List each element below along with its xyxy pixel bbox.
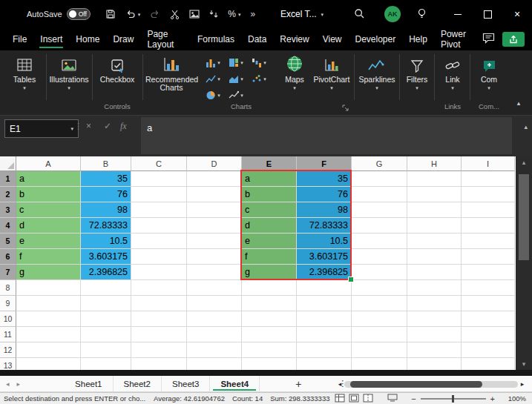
cell-H11[interactable] xyxy=(407,327,462,342)
hscroll-left-icon[interactable]: ◂ xyxy=(335,380,344,388)
cell-I2[interactable] xyxy=(462,187,515,202)
checkbox-button[interactable]: Checkbox xyxy=(94,53,140,99)
cell-B7[interactable]: 2.396825 xyxy=(81,265,131,280)
zoom-slider[interactable] xyxy=(421,398,486,400)
comment-button[interactable]: Com ▾ xyxy=(473,53,505,99)
cell-A2[interactable]: b xyxy=(16,187,81,202)
cell-I4[interactable] xyxy=(462,218,515,234)
link-button[interactable]: Link ▾ xyxy=(437,53,468,99)
menu-tab-help[interactable]: Help xyxy=(402,28,434,50)
save-icon[interactable] xyxy=(105,9,116,19)
enter-check-icon[interactable]: ✓ xyxy=(104,121,111,131)
formula-bar-drag-handle[interactable]: ⋮ xyxy=(74,122,82,131)
filters-button[interactable]: Filters ▾ xyxy=(402,53,432,99)
cell-C12[interactable] xyxy=(131,342,187,358)
cell-I1[interactable] xyxy=(462,171,515,187)
cut-icon[interactable] xyxy=(170,10,180,19)
sheet-tab-sheet2[interactable]: Sheet2 xyxy=(114,376,162,391)
cell-G7[interactable] xyxy=(352,265,407,280)
row-header-10[interactable]: 10 xyxy=(0,311,16,327)
cell-H10[interactable] xyxy=(407,311,462,327)
row-header-2[interactable]: 2 xyxy=(0,187,16,202)
cell-D5[interactable] xyxy=(187,234,242,249)
column-header-F[interactable]: F xyxy=(297,156,352,171)
sheet-tab-sheet3[interactable]: Sheet3 xyxy=(162,376,210,391)
tables-button[interactable]: Tables ▾ xyxy=(6,53,43,99)
cell-C9[interactable] xyxy=(131,296,187,311)
cell-B4[interactable]: 72.83333 xyxy=(81,218,131,234)
cell-H12[interactable] xyxy=(407,342,462,358)
cell-E3[interactable]: c xyxy=(242,202,297,218)
charts-dialog-launcher-icon[interactable] xyxy=(342,101,349,114)
column-header-B[interactable]: B xyxy=(81,156,131,171)
column-chart-button[interactable]: ▾ xyxy=(202,55,224,70)
sparklines-button[interactable]: Sparklines ▾ xyxy=(357,53,397,99)
cell-C1[interactable] xyxy=(131,171,187,187)
cell-I10[interactable] xyxy=(462,311,515,327)
row-header-4[interactable]: 4 xyxy=(0,218,16,234)
collapse-ribbon-icon[interactable]: ▴ xyxy=(512,99,525,107)
cell-B11[interactable] xyxy=(81,327,131,342)
cell-D6[interactable] xyxy=(187,249,242,265)
cell-I7[interactable] xyxy=(462,265,515,280)
cell-D13[interactable] xyxy=(187,358,242,370)
cell-C2[interactable] xyxy=(131,187,187,202)
cell-E5[interactable]: e xyxy=(242,234,297,249)
cell-H7[interactable] xyxy=(407,265,462,280)
cell-D8[interactable] xyxy=(187,280,242,296)
cell-I13[interactable] xyxy=(462,358,515,370)
cell-E6[interactable]: f xyxy=(242,249,297,265)
page-layout-view-icon[interactable] xyxy=(349,394,359,404)
cell-E8[interactable] xyxy=(242,280,297,296)
cell-B9[interactable] xyxy=(81,296,131,311)
cell-A9[interactable] xyxy=(16,296,81,311)
close-button[interactable]: × xyxy=(502,0,532,28)
zoom-out-icon[interactable]: − xyxy=(411,394,416,403)
line-chart-button[interactable]: ▾ xyxy=(202,71,224,87)
cell-I3[interactable] xyxy=(462,202,515,218)
horizontal-scrollbar[interactable]: ◂ ▸ xyxy=(335,380,527,388)
menu-tab-home[interactable]: Home xyxy=(69,28,106,50)
maps-button[interactable]: Maps ▾ xyxy=(278,53,312,99)
cell-G8[interactable] xyxy=(352,280,407,296)
cell-D1[interactable] xyxy=(187,171,242,187)
cell-F13[interactable] xyxy=(297,358,352,370)
hscroll-track[interactable] xyxy=(344,381,518,388)
cell-B10[interactable] xyxy=(81,311,131,327)
cell-I11[interactable] xyxy=(462,327,515,342)
display-settings-icon[interactable] xyxy=(387,394,398,403)
menu-tab-draw[interactable]: Draw xyxy=(106,28,140,50)
menu-tab-view[interactable]: View xyxy=(316,28,349,50)
cell-G6[interactable] xyxy=(352,249,407,265)
row-header-1[interactable]: 1 xyxy=(0,171,16,187)
cell-C13[interactable] xyxy=(131,358,187,370)
cell-H3[interactable] xyxy=(407,202,462,218)
cell-I8[interactable] xyxy=(462,280,515,296)
normal-view-icon[interactable] xyxy=(335,394,345,404)
cell-E7[interactable]: g xyxy=(242,265,297,280)
cell-C3[interactable] xyxy=(131,202,187,218)
menu-tab-insert[interactable]: Insert xyxy=(33,28,69,50)
more-commands-icon[interactable]: » xyxy=(250,9,255,19)
column-header-D[interactable]: D xyxy=(187,156,242,171)
cell-B1[interactable]: 35 xyxy=(81,171,131,187)
cell-F1[interactable]: 35 xyxy=(297,171,352,187)
column-header-E[interactable]: E xyxy=(242,156,297,171)
cell-H1[interactable] xyxy=(407,171,462,187)
cell-D11[interactable] xyxy=(187,327,242,342)
percent-style-button[interactable]: %▾ xyxy=(228,9,240,19)
cell-C4[interactable] xyxy=(131,218,187,234)
fill-down-icon[interactable] xyxy=(209,10,218,19)
cell-G5[interactable] xyxy=(352,234,407,249)
menu-tab-power-pivot[interactable]: Power Pivot xyxy=(434,28,482,50)
cell-E1[interactable]: a xyxy=(242,171,297,187)
cell-E13[interactable] xyxy=(242,358,297,370)
scroll-up-icon[interactable]: ▴ xyxy=(516,159,532,166)
menu-tab-page-layout[interactable]: Page Layout xyxy=(140,28,191,50)
row-header-8[interactable]: 8 xyxy=(0,280,16,296)
cell-A11[interactable] xyxy=(16,327,81,342)
column-header-I[interactable]: I xyxy=(462,156,515,171)
menu-tab-data[interactable]: Data xyxy=(241,28,273,50)
cell-H2[interactable] xyxy=(407,187,462,202)
vertical-scroll-thumb[interactable] xyxy=(519,174,529,260)
